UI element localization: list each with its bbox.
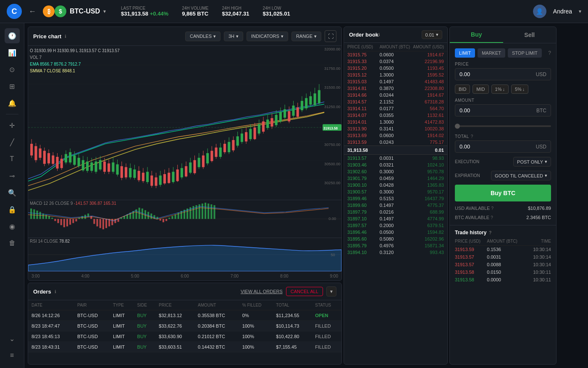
candles-button[interactable]: CANDLES ▾ xyxy=(185,32,220,41)
range-button[interactable]: RANGE ▾ xyxy=(291,32,321,41)
orderbook-ask-row[interactable]: 31914.07 0.0355 1132.61 xyxy=(344,112,447,119)
sidebar-item-chevron[interactable]: ⌄ xyxy=(5,331,20,346)
orderbook-ask-row[interactable]: 31913.90 0.3141 10020.38 xyxy=(344,125,447,132)
orderbook-ask-row[interactable]: 31914.57 2.1152 67318.28 xyxy=(344,98,447,105)
app-logo[interactable]: C xyxy=(7,4,22,19)
bid-amount: 0.3120 xyxy=(380,250,412,255)
amount-input[interactable] xyxy=(459,107,536,114)
orderbook-col-headers: PRICE (USD) AMOUNT (BTC) AMOUNT (USD) xyxy=(344,43,447,51)
expiration-selector[interactable]: GOOD TIL CANCELED ▾ xyxy=(491,171,551,180)
sidebar-item-eye[interactable]: ◉ xyxy=(5,219,20,234)
buy-btc-button[interactable]: Buy BTC xyxy=(455,185,551,201)
back-button[interactable]: ← xyxy=(29,7,36,16)
buy-tab[interactable]: Buy xyxy=(450,27,503,43)
market-type-button[interactable]: MARKET xyxy=(478,48,505,58)
candlestick-chart[interactable]: 32000.00 31750.00 31500.00 31250.00 3100… xyxy=(28,46,341,200)
th-time: 10:30:14 xyxy=(519,247,551,252)
user-chevron[interactable]: ▾ xyxy=(579,8,581,14)
orderbook-bid-row[interactable]: 31903.46 0.0321 1024.10 xyxy=(344,161,447,168)
execution-selector[interactable]: POST ONLY ▾ xyxy=(513,157,551,167)
sidebar-item-grid[interactable]: ⊞ xyxy=(5,79,20,94)
orderbook-bid-row[interactable]: 31913.57 0.0031 98.93 xyxy=(344,155,447,161)
ask-price: 31914.11 xyxy=(347,106,380,111)
table-row[interactable]: 8/23 18:47:47 BTC-USD LIMIT BUY $33,622.… xyxy=(28,321,341,331)
svg-rect-177 xyxy=(90,216,92,219)
fullscreen-button[interactable]: ⛶ xyxy=(325,30,336,42)
orderbook-ask-row[interactable]: 31913.69 0.0600 1914.02 xyxy=(344,132,447,139)
orderbook-bid-row[interactable]: 31900.57 0.3000 9570.17 xyxy=(344,188,447,195)
price-input[interactable] xyxy=(459,71,536,77)
th-price: 31913.57 xyxy=(455,262,487,267)
volume-value: 9,865 BTC xyxy=(182,11,208,17)
orders-expand-button[interactable]: ▾ xyxy=(326,286,336,297)
trade-history-col-headers: PRICE (USD) AMOUNT (BTC) TIME xyxy=(455,239,551,246)
orderbook-bid-row[interactable]: 31896.46 0.0500 1594.82 xyxy=(344,229,447,236)
trade-history-help-icon[interactable]: ? xyxy=(489,230,491,235)
orderbook-ask-row[interactable]: 31915.12 1.3000 1595.52 xyxy=(344,71,447,78)
orderbook-bid-row[interactable]: 31894.10 0.3120 993.43 xyxy=(344,249,447,256)
sidebar-item-lock[interactable]: 🔒 xyxy=(5,202,20,217)
orderbook-info-icon[interactable]: ℹ xyxy=(378,32,380,37)
expiration-label: EXPIRATION xyxy=(455,173,480,178)
pct1-button[interactable]: 1%↓ xyxy=(491,85,509,94)
total-help-icon[interactable]: ? xyxy=(471,134,473,139)
sidebar-item-trash[interactable]: 🗑 xyxy=(5,236,20,251)
usd-avail-help-icon[interactable]: ? xyxy=(491,206,494,211)
orderbook-bid-row[interactable]: 31900.10 0.0428 1365.83 xyxy=(344,182,447,188)
sidebar-item-text[interactable]: T xyxy=(5,151,20,167)
orderbook-bid-row[interactable]: 31899.46 0.5153 16437.79 xyxy=(344,195,447,202)
pair-chevron[interactable]: ▾ xyxy=(103,8,106,14)
orderbook-ask-row[interactable]: 31913.59 0.0243 775.17 xyxy=(344,139,447,146)
pair-name[interactable]: BTC-USD xyxy=(70,8,100,15)
orderbook-bid-row[interactable]: 31901.79 0.0459 1464.29 xyxy=(344,175,447,182)
sidebar-item-measure[interactable]: ⊸ xyxy=(5,168,20,183)
orderbook-ask-row[interactable]: 31914.11 0.0177 564.70 xyxy=(344,105,447,112)
sidebar-item-zoom[interactable]: 🔍 xyxy=(5,185,20,200)
cancel-all-button[interactable]: CANCEL ALL xyxy=(286,287,323,296)
orderbook-bid-row[interactable]: 31902.60 0.3000 9570.78 xyxy=(344,168,447,175)
limit-type-button[interactable]: LIMIT xyxy=(455,48,475,58)
sidebar-item-bell[interactable]: 🔔 xyxy=(5,95,20,111)
bid-button[interactable]: BID xyxy=(455,85,470,94)
interval-button[interactable]: 3H ▾ xyxy=(224,32,243,41)
orders-info-icon[interactable]: ℹ xyxy=(55,289,56,294)
amount-slider[interactable] xyxy=(455,125,551,127)
table-row[interactable]: 8/23 18:45:13 BTC-USD LIMIT BUY $33,630.… xyxy=(28,331,341,342)
sell-tab[interactable]: Sell xyxy=(503,27,556,43)
orderbook-ask-row[interactable]: 31915.33 0.0374 22196.99 xyxy=(344,58,447,65)
view-all-orders-button[interactable]: VIEW ALL ORDERS xyxy=(241,289,283,294)
orderbook-ask-row[interactable]: 31914.66 0.0244 1914.67 xyxy=(344,92,447,98)
sidebar-item-crosshair[interactable]: ✛ xyxy=(5,118,20,133)
svg-text:31500.00: 31500.00 xyxy=(324,85,340,90)
indicators-button[interactable]: INDICATORS ▾ xyxy=(247,32,288,41)
chart-info-icon[interactable]: ℹ xyxy=(65,34,66,39)
orderbook-ask-row[interactable]: 31915.20 0.0500 1193.45 xyxy=(344,65,447,71)
table-row[interactable]: 8/26 14:12:26 BTC-USD LIMIT BUY $32,813.… xyxy=(28,310,341,321)
btc-avail-help-icon[interactable]: ? xyxy=(491,215,493,220)
orderbook-bid-row[interactable]: 31895.79 0.4976 15871.34 xyxy=(344,242,447,249)
ask-amount: 0.0600 xyxy=(380,133,412,138)
orderbook-bid-row[interactable]: 31897.10 0.1497 4774.99 xyxy=(344,215,447,222)
total-input[interactable] xyxy=(459,143,536,150)
orderbook-bid-row[interactable]: 31895.60 0.5080 16202.96 xyxy=(344,236,447,242)
orderbook-ask-row[interactable]: 31914.01 1.3000 41472.83 xyxy=(344,119,447,125)
orderbook-ask-row[interactable]: 31915.03 0.1497 41483.48 xyxy=(344,78,447,85)
mid-button[interactable]: MID xyxy=(472,85,488,94)
sidebar-item-chart[interactable]: 📊 xyxy=(5,45,20,60)
bid-amount: 0.0031 xyxy=(380,156,412,161)
pct5-button[interactable]: 5%↓ xyxy=(511,85,528,94)
orderbook-precision-selector[interactable]: 0.01 ▾ xyxy=(422,30,442,39)
table-row[interactable]: 8/23 18:43:31 BTC-USD LIMIT BUY $33,603.… xyxy=(28,342,341,352)
orderbook-bid-row[interactable]: 31899.60 0.1497 4775.37 xyxy=(344,202,447,209)
stop-limit-type-button[interactable]: STOP LIMIT xyxy=(508,48,542,58)
sidebar-item-menu[interactable]: ≡ xyxy=(5,348,20,363)
sidebar-item-circle[interactable]: ⊙ xyxy=(5,62,20,77)
order-type-help-icon[interactable]: ? xyxy=(548,50,551,56)
orderbook-bid-row[interactable]: 31897.57 0.2000 6379.51 xyxy=(344,222,447,229)
orderbook-bid-row[interactable]: 31897.79 0.0216 688.99 xyxy=(344,209,447,215)
orderbook-ask-row[interactable]: 31914.81 0.3870 22308.80 xyxy=(344,85,447,92)
sidebar-item-line[interactable]: ╱ xyxy=(5,135,20,150)
sidebar-item-clock[interactable]: 🕐 xyxy=(5,28,20,43)
svg-rect-171 xyxy=(72,219,74,223)
orderbook-ask-row[interactable]: 31915.75 0.0600 1914.67 xyxy=(344,51,447,58)
